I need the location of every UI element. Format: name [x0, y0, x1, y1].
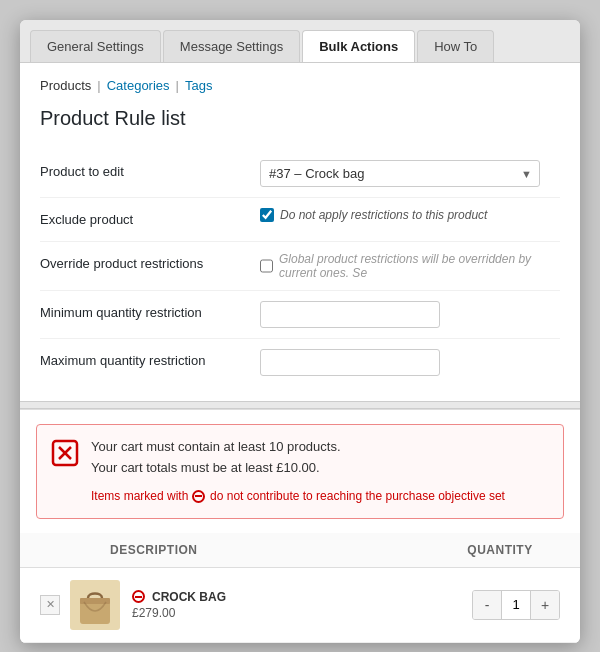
- alert-container: Your cart must contain at least 10 produ…: [20, 410, 580, 533]
- alert-box: Your cart must contain at least 10 produ…: [36, 424, 564, 519]
- cart-section: Your cart must contain at least 10 produ…: [20, 409, 580, 643]
- breadcrumb-categories[interactable]: Categories: [107, 78, 170, 93]
- content-area: Products | Categories | Tags Product Rul…: [20, 63, 580, 401]
- cart-item-row: ✕ CROCK BAG £279.00 - 1: [20, 568, 580, 643]
- alert-note-prefix: Items marked with: [91, 489, 188, 503]
- tab-bulk-actions[interactable]: Bulk Actions: [302, 30, 415, 62]
- exclude-control: Do not apply restrictions to this produc…: [260, 208, 560, 222]
- qty-plus-button[interactable]: +: [531, 591, 559, 619]
- section-divider: [20, 401, 580, 409]
- breadcrumb-sep-2: |: [176, 78, 179, 93]
- qty-minus-button[interactable]: -: [473, 591, 501, 619]
- no-entry-icon: [192, 490, 205, 503]
- qty-input[interactable]: 1: [501, 591, 531, 619]
- product-label: Product to edit: [40, 160, 260, 179]
- min-qty-control: [260, 301, 560, 328]
- main-window: General Settings Message Settings Bulk A…: [20, 20, 580, 643]
- product-to-edit-row: Product to edit #37 – Crock bag ▼: [40, 150, 560, 198]
- exclude-checkbox[interactable]: [260, 208, 274, 222]
- breadcrumb: Products | Categories | Tags: [40, 78, 560, 93]
- tab-general[interactable]: General Settings: [30, 30, 161, 62]
- table-header: DESCRIPTION QUANTITY: [20, 533, 580, 568]
- breadcrumb-tags[interactable]: Tags: [185, 78, 212, 93]
- alert-note-suffix: do not contribute to reaching the purcha…: [210, 489, 505, 503]
- breadcrumb-sep-1: |: [97, 78, 100, 93]
- alert-line2: Your cart totals must be at least £10.00…: [91, 458, 505, 479]
- override-control: Global product restrictions will be over…: [260, 252, 560, 280]
- col-description: DESCRIPTION: [40, 543, 440, 557]
- cart-item-name-text: CROCK BAG: [152, 590, 226, 604]
- max-qty-input[interactable]: [260, 349, 440, 376]
- exclude-checkbox-row: Do not apply restrictions to this produc…: [260, 208, 560, 222]
- override-row: Override product restrictions Global pro…: [40, 242, 560, 291]
- alert-text-content: Your cart must contain at least 10 produ…: [91, 437, 505, 506]
- override-checkbox-row: Global product restrictions will be over…: [260, 252, 560, 280]
- exclude-checkbox-label: Do not apply restrictions to this produc…: [280, 208, 487, 222]
- max-qty-control: [260, 349, 560, 376]
- breadcrumb-products[interactable]: Products: [40, 78, 91, 93]
- exclude-product-row: Exclude product Do not apply restriction…: [40, 198, 560, 242]
- alert-note: Items marked with do not contribute to r…: [91, 487, 505, 506]
- max-qty-label: Maximum quantity restriction: [40, 349, 260, 368]
- cart-item-info: CROCK BAG £279.00: [132, 590, 472, 620]
- cart-remove-button[interactable]: ✕: [40, 595, 60, 615]
- quantity-control: - 1 +: [472, 590, 560, 620]
- cart-no-entry-icon: [132, 590, 145, 603]
- page-title: Product Rule list: [40, 107, 560, 130]
- cart-item-image: [70, 580, 120, 630]
- tab-message[interactable]: Message Settings: [163, 30, 300, 62]
- exclude-label: Exclude product: [40, 208, 260, 227]
- min-qty-row: Minimum quantity restriction: [40, 291, 560, 339]
- alert-x-icon: [51, 439, 79, 473]
- product-select[interactable]: #37 – Crock bag: [260, 160, 540, 187]
- min-qty-label: Minimum quantity restriction: [40, 301, 260, 320]
- cart-item-name: CROCK BAG: [132, 590, 472, 604]
- product-select-container: #37 – Crock bag ▼: [260, 160, 540, 187]
- override-text: Global product restrictions will be over…: [279, 252, 560, 280]
- override-label: Override product restrictions: [40, 252, 260, 271]
- tab-bar: General Settings Message Settings Bulk A…: [20, 20, 580, 63]
- col-quantity: QUANTITY: [440, 543, 560, 557]
- product-select-wrapper: #37 – Crock bag ▼: [260, 160, 560, 187]
- alert-line1: Your cart must contain at least 10 produ…: [91, 437, 505, 458]
- tab-howto[interactable]: How To: [417, 30, 494, 62]
- override-checkbox[interactable]: [260, 259, 273, 273]
- min-qty-input[interactable]: [260, 301, 440, 328]
- cart-item-price: £279.00: [132, 606, 472, 620]
- max-qty-row: Maximum quantity restriction: [40, 339, 560, 386]
